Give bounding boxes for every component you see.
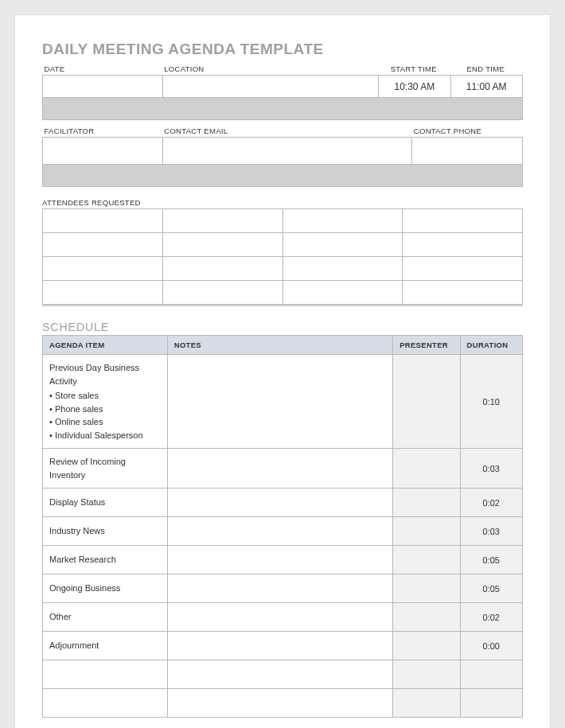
presenter-cell[interactable] [393, 660, 460, 689]
page-title: DAILY MEETING AGENDA TEMPLATE [42, 41, 523, 58]
value-contact-email[interactable] [162, 138, 412, 165]
attendee-cell[interactable] [43, 281, 163, 305]
agenda-item-cell[interactable]: Adjournment [43, 632, 168, 660]
attendee-cell[interactable] [282, 257, 403, 281]
attendee-cell[interactable] [162, 257, 282, 281]
duration-cell[interactable] [460, 689, 522, 718]
notes-cell[interactable] [167, 660, 392, 689]
label-attendees-requested: ATTENDEES REQUESTED [42, 198, 523, 207]
presenter-cell[interactable] [393, 574, 460, 603]
agenda-item-text: Other [49, 612, 72, 621]
agenda-item-bullet: Phone sales [49, 403, 161, 416]
presenter-cell[interactable] [393, 632, 460, 660]
attendee-cell[interactable] [43, 233, 163, 257]
table-row: Other0:02 [43, 603, 523, 632]
attendee-cell[interactable] [282, 209, 403, 233]
duration-cell[interactable]: 0:05 [460, 546, 522, 574]
table-row: Industry News0:03 [43, 517, 523, 546]
table-row [43, 660, 523, 689]
attendee-cell[interactable] [43, 257, 163, 281]
table-row [43, 689, 523, 718]
value-facilitator[interactable] [43, 138, 163, 165]
duration-cell[interactable]: 0:02 [460, 489, 522, 517]
duration-cell[interactable]: 0:03 [460, 449, 522, 489]
table-row: Adjournment0:00 [43, 632, 523, 660]
table-row: Market Research0:05 [43, 546, 523, 574]
agenda-item-text: Ongoing Business [49, 583, 120, 593]
agenda-item-text: Industry News [49, 526, 105, 535]
attendee-cell[interactable] [282, 281, 403, 305]
duration-cell[interactable]: 0:00 [460, 632, 522, 660]
presenter-cell[interactable] [393, 603, 460, 632]
presenter-cell[interactable] [393, 355, 460, 449]
attendee-cell[interactable] [403, 281, 523, 305]
agenda-item-cell[interactable]: Display Status [43, 489, 168, 517]
presenter-cell[interactable] [393, 449, 460, 489]
duration-cell[interactable]: 0:02 [460, 603, 522, 632]
document-page: DAILY MEETING AGENDA TEMPLATE DATE LOCAT… [14, 14, 551, 728]
notes-cell[interactable] [167, 546, 392, 574]
attendee-cell[interactable] [403, 209, 523, 233]
attendee-cell[interactable] [282, 233, 403, 257]
duration-cell[interactable]: 0:05 [460, 574, 522, 603]
presenter-cell[interactable] [393, 517, 460, 546]
table-row: Ongoing Business0:05 [43, 574, 523, 603]
attendee-cell[interactable] [43, 209, 163, 233]
duration-cell[interactable]: 0:03 [460, 517, 522, 546]
attendee-cell[interactable] [403, 233, 523, 257]
table-row: Display Status0:02 [43, 489, 523, 517]
label-location: LOCATION [162, 63, 378, 76]
agenda-item-cell[interactable]: Other [43, 603, 168, 632]
label-facilitator: FACILITATOR [43, 125, 163, 138]
agenda-item-cell[interactable]: Industry News [43, 517, 168, 546]
value-start-time[interactable]: 10:30 AM [379, 76, 450, 98]
agenda-item-cell[interactable]: Market Research [43, 546, 168, 574]
section-heading-schedule: SCHEDULE [42, 321, 523, 333]
agenda-item-cell[interactable]: Review of Incoming Inventory [43, 449, 168, 489]
attendee-cell[interactable] [162, 233, 282, 257]
agenda-item-cell[interactable]: Ongoing Business [43, 574, 168, 603]
col-duration: DURATION [460, 336, 522, 355]
agenda-item-cell[interactable] [43, 689, 168, 718]
duration-cell[interactable]: 0:10 [460, 355, 522, 449]
agenda-item-bullet: Individual Salesperson [49, 429, 161, 442]
value-date[interactable] [43, 76, 163, 98]
label-start-time: START TIME [379, 63, 450, 76]
notes-cell[interactable] [167, 517, 392, 546]
notes-cell[interactable] [167, 632, 392, 660]
notes-cell[interactable] [167, 489, 392, 517]
agenda-item-bullet: Store sales [49, 389, 161, 403]
table-row: Review of Incoming Inventory0:03 [43, 449, 523, 489]
label-contact-phone: CONTACT PHONE [412, 125, 523, 138]
attendee-cell[interactable] [162, 209, 282, 233]
agenda-item-text: Display Status [49, 497, 105, 507]
presenter-cell[interactable] [393, 689, 460, 718]
notes-cell[interactable] [167, 355, 392, 449]
duration-cell[interactable] [460, 660, 522, 689]
label-date: DATE [43, 63, 163, 76]
meeting-info-table-2: FACILITATOR CONTACT EMAIL CONTACT PHONE [42, 125, 523, 187]
notes-cell[interactable] [167, 689, 392, 718]
attendee-cell[interactable] [162, 281, 282, 305]
meeting-info-table-1: DATE LOCATION START TIME END TIME 10:30 … [42, 63, 523, 120]
table-row: Previous Day Business ActivityStore sale… [43, 355, 523, 449]
value-contact-phone[interactable] [412, 138, 523, 165]
agenda-item-text: Market Research [49, 555, 116, 564]
attendee-cell[interactable] [403, 257, 523, 281]
notes-cell[interactable] [167, 449, 392, 489]
agenda-item-text: Review of Incoming Inventory [49, 457, 126, 480]
agenda-item-text: Previous Day Business Activity [49, 363, 139, 386]
value-end-time[interactable]: 11:00 AM [450, 76, 522, 98]
notes-cell[interactable] [167, 603, 392, 632]
agenda-item-cell[interactable]: Previous Day Business ActivityStore sale… [43, 355, 168, 449]
col-agenda-item: AGENDA ITEM [43, 336, 168, 355]
notes-cell[interactable] [167, 574, 392, 603]
presenter-cell[interactable] [393, 489, 460, 517]
agenda-item-bullets: Store salesPhone salesOnline salesIndivi… [49, 389, 161, 442]
schedule-table: AGENDA ITEM NOTES PRESENTER DURATION Pre… [42, 335, 523, 718]
agenda-item-cell[interactable] [43, 660, 168, 689]
divider [42, 305, 523, 306]
value-location[interactable] [162, 76, 378, 98]
presenter-cell[interactable] [393, 546, 460, 574]
agenda-item-bullet: Online sales [49, 415, 161, 429]
